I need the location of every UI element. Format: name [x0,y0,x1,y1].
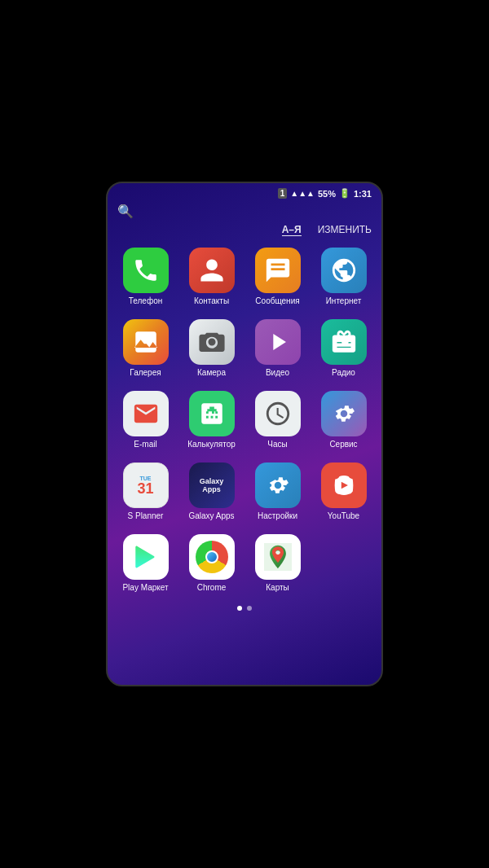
app-youtube[interactable]: YouTube [312,458,375,526]
internet-icon [321,248,367,293]
email-label: E-mail [134,440,156,449]
search-icon[interactable]: 🔍 [117,204,134,218]
time-text: 1:31 [354,189,372,199]
app-messages[interactable]: Сообщения [246,243,309,311]
clock-label: Часы [267,440,287,449]
app-contacts[interactable]: Контакты [180,243,243,311]
app-email[interactable]: E-mail [114,386,177,454]
contacts-label: Контакты [194,296,229,306]
service-label: Сервис [329,440,357,449]
camera-icon [189,319,235,365]
app-galaxyapps[interactable]: Galaxy Apps Galaxy Apps [180,458,243,526]
settings-label: Настройки [258,511,297,521]
phone-icon [123,248,169,293]
galaxyapps-label: Galaxy Apps [188,511,234,521]
app-splanner[interactable]: TUE 31 S Planner [114,458,177,526]
gallery-icon [123,319,169,365]
app-calculator[interactable]: Калькулятор [180,386,243,454]
app-camera[interactable]: Камера [180,314,243,383]
app-playmarket[interactable]: Play Маркет [114,529,177,598]
signal-icon: ▲▲▲ [290,189,315,198]
dot-2[interactable] [247,606,252,611]
clock-icon [255,391,301,436]
email-icon [123,391,169,436]
messages-icon [255,248,301,293]
contacts-icon [189,248,235,293]
calculator-icon [189,391,235,436]
battery-icon: 🔋 [339,188,350,199]
app-internet[interactable]: Интернет [312,243,375,311]
playmarket-label: Play Маркет [122,583,168,593]
splanner-label: S Planner [128,511,164,521]
maps-label: Карты [266,583,289,593]
camera-label: Камера [197,368,226,378]
radio-icon [321,319,367,365]
app-maps[interactable]: Карты [246,529,309,598]
sort-bar: А–Я ИЗМЕНИТЬ [108,224,381,243]
app-service[interactable]: Сервис [312,386,375,454]
gallery-label: Галерея [130,368,161,378]
apps-grid: Телефон Контакты Сообщения Интернет [108,243,381,598]
app-video[interactable]: Видео [246,314,309,383]
chrome-icon [189,534,235,580]
calculator-label: Калькулятор [187,440,236,449]
splanner-icon: TUE 31 [123,462,169,508]
maps-icon [255,534,301,580]
video-label: Видео [266,368,289,378]
phone-screen: 1 ▲▲▲ 55% 🔋 1:31 🔍 А–Я ИЗМЕНИТЬ Телефон … [106,182,383,686]
radio-label: Радио [332,368,355,378]
internet-label: Интернет [326,296,362,306]
app-phone[interactable]: Телефон [114,243,177,311]
search-row: 🔍 [108,202,381,224]
playmarket-icon [123,534,169,580]
sort-az-button[interactable]: А–Я [282,224,302,236]
service-icon [321,391,367,436]
status-bar: 1 ▲▲▲ 55% 🔋 1:31 [108,183,381,202]
page-dots [108,598,381,616]
settings-icon [255,462,301,508]
youtube-label: YouTube [328,511,359,521]
chrome-label: Chrome [197,583,227,593]
video-icon [255,319,301,365]
youtube-icon [321,462,367,508]
messages-label: Сообщения [255,296,299,306]
app-chrome[interactable]: Chrome [180,529,243,598]
phone-label: Телефон [129,296,162,306]
dot-1[interactable] [237,606,242,611]
battery-text: 55% [318,189,336,199]
status-right: 1 ▲▲▲ 55% 🔋 1:31 [278,188,372,199]
app-clock[interactable]: Часы [246,386,309,454]
app-gallery[interactable]: Галерея [114,314,177,383]
change-button[interactable]: ИЗМЕНИТЬ [318,224,372,236]
app-settings[interactable]: Настройки [246,458,309,526]
app-radio[interactable]: Радио [312,314,375,383]
sim-icon: 1 [278,188,288,199]
galaxyapps-icon: Galaxy Apps [189,462,235,508]
